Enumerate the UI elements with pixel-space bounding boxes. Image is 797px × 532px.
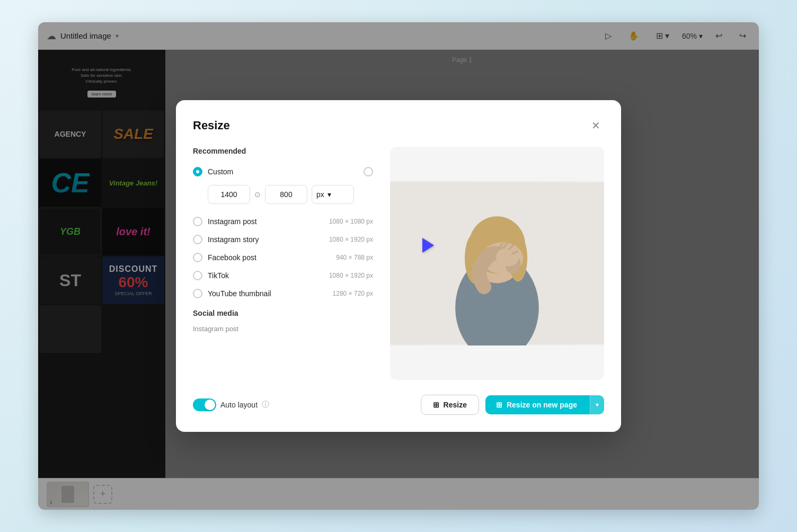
youtube-thumbnail-radio[interactable] [193, 289, 202, 298]
instagram-post-radio[interactable] [193, 217, 202, 226]
tiktok-radio[interactable] [193, 271, 202, 280]
app-container: ☁ Untitled image ▾ ▷ ✋ ⊞ ▾ 60% ▾ [38, 22, 759, 510]
custom-option-row[interactable]: Custom [193, 163, 373, 181]
unit-select[interactable]: px ▾ [312, 185, 354, 204]
resize-new-page-button[interactable]: ⊞ Resize on new page [485, 395, 588, 414]
instagram-post-option-row[interactable]: Instagram post 1080 × 1080 px [193, 212, 373, 230]
toggle-knob [205, 400, 215, 410]
youtube-thumbnail-label: YouTube thumbnail [208, 289, 327, 298]
resize-icon: ⊞ [433, 401, 439, 409]
modal-footer: Auto layout ⓘ ⊞ Resize ⊞ Resize on new p… [193, 395, 604, 415]
modal-header: Resize ✕ [193, 117, 604, 134]
resize-button[interactable]: ⊞ Resize [421, 395, 479, 415]
resize-new-page-label: Resize on new page [507, 401, 577, 409]
auto-layout-toggle[interactable] [193, 398, 216, 411]
instagram-post-label: Instagram post [208, 217, 324, 226]
preview-panel [390, 147, 604, 380]
instagram-story-radio[interactable] [193, 235, 202, 244]
instagram-story-size: 1080 × 1920 px [329, 236, 373, 243]
resize-options-panel: Recommended Custom ⊙ px ▾ [193, 147, 373, 380]
resize-new-page-group: ⊞ Resize on new page ▾ [485, 395, 604, 414]
auto-layout-section: Auto layout ⓘ [193, 398, 269, 411]
resize-new-page-dropdown-button[interactable]: ▾ [590, 395, 604, 414]
instagram-story-option-row[interactable]: Instagram story 1080 × 1920 px [193, 230, 373, 249]
tiktok-size: 1080 × 1920 px [329, 272, 373, 279]
tiktok-option-row[interactable]: TikTok 1080 × 1920 px [193, 267, 373, 285]
link-icon[interactable]: ⊙ [254, 190, 261, 199]
svg-point-8 [496, 247, 519, 266]
facebook-post-label: Facebook post [208, 253, 331, 262]
preview-image [390, 181, 604, 345]
info-icon[interactable]: ⓘ [262, 400, 269, 410]
resize-button-label: Resize [444, 401, 467, 409]
facebook-post-option-row[interactable]: Facebook post 940 × 788 px [193, 249, 373, 267]
resize-modal: Resize ✕ Recommended Custom [176, 100, 621, 432]
youtube-thumbnail-option-row[interactable]: YouTube thumbnail 1280 × 720 px [193, 285, 373, 303]
social-instagram-post-label: Instagram post [193, 325, 373, 333]
recommended-label: Recommended [193, 147, 373, 155]
custom-option-label: Custom [208, 167, 358, 176]
cursor-arrow [422, 238, 434, 253]
custom-size-row: ⊙ px ▾ [208, 185, 373, 204]
custom-radio[interactable] [193, 167, 202, 176]
modal-overlay: Resize ✕ Recommended Custom [38, 22, 759, 510]
social-media-section: Social media Instagram post [193, 309, 373, 333]
width-input[interactable] [208, 185, 250, 204]
instagram-story-label: Instagram story [208, 235, 324, 244]
height-input[interactable] [265, 185, 307, 204]
tiktok-label: TikTok [208, 271, 324, 280]
auto-layout-label: Auto layout [220, 401, 258, 409]
social-media-label: Social media [193, 309, 373, 317]
modal-body: Recommended Custom ⊙ px ▾ [193, 147, 604, 380]
close-button[interactable]: ✕ [587, 117, 604, 134]
unit-chevron-icon: ▾ [327, 190, 331, 199]
custom-option-right-radio[interactable] [364, 167, 373, 176]
button-group: ⊞ Resize ⊞ Resize on new page ▾ [421, 395, 604, 415]
resize-new-icon: ⊞ [496, 401, 502, 409]
youtube-thumbnail-size: 1280 × 720 px [333, 290, 373, 297]
dropdown-chevron-icon: ▾ [596, 401, 599, 409]
modal-title: Resize [193, 119, 230, 132]
close-icon: ✕ [591, 119, 600, 132]
preview-svg [390, 181, 604, 345]
facebook-post-size: 940 × 788 px [336, 254, 373, 261]
facebook-post-radio[interactable] [193, 253, 202, 262]
unit-value: px [316, 190, 324, 199]
instagram-post-size: 1080 × 1080 px [329, 218, 373, 225]
